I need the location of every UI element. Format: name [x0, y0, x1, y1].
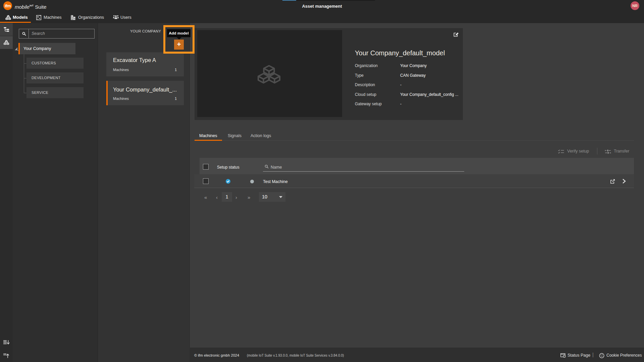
svg-text:i: i: [564, 355, 565, 357]
